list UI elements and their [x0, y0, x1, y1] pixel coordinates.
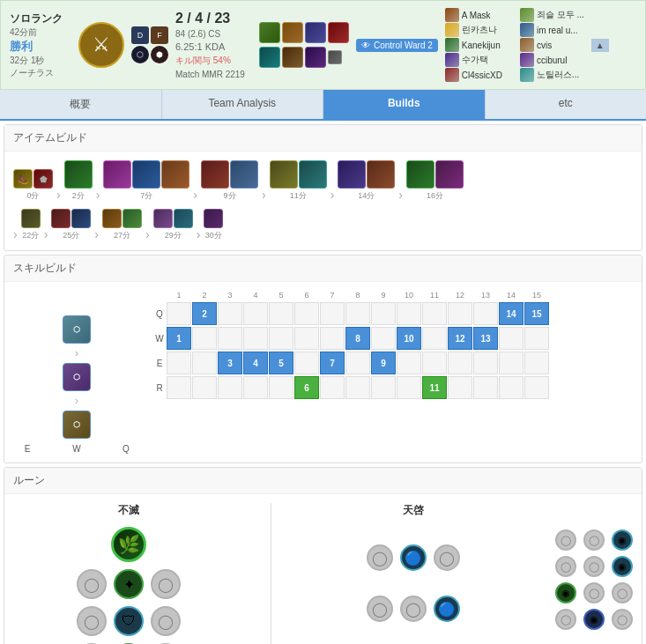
grid-cell: [371, 327, 396, 350]
grid-cell: [397, 376, 421, 399]
grid-cell: [422, 352, 447, 374]
grid-cell: 13: [473, 327, 498, 350]
item-build-section: アイテムビルド 🥾 ⬟ 0分 › 2分 ›: [4, 124, 642, 251]
grid-cell: 8: [345, 327, 370, 350]
time-25: 25分: [63, 230, 79, 241]
player-name: Kanekijun: [462, 41, 501, 50]
item-icon-4: [328, 22, 349, 43]
item-icon-6: [282, 47, 303, 68]
grid-cell: [473, 376, 498, 399]
player-row: cvis: [520, 38, 584, 52]
grid-cell: 11: [422, 376, 447, 399]
player-row: 노틸러스...: [520, 68, 584, 82]
item-25min-1: [51, 209, 71, 228]
arrow-sep-8: ›: [94, 227, 99, 241]
player-champion: [445, 38, 459, 52]
rune-right-title: 天啓: [298, 503, 529, 518]
arrow-sep-6: ›: [398, 188, 403, 202]
skill-labels: E W Q: [13, 444, 140, 454]
rune-1-1: ◯: [77, 569, 107, 599]
grid-cell: [473, 302, 498, 325]
skill-row-q: Q21415: [153, 302, 633, 325]
match-duration: 32分 1秒: [10, 55, 71, 67]
skill-grid-container: ⬡ › ⬡ › ⬡ E W Q 123456789101112131415Q21…: [4, 282, 642, 463]
grid-cell: [473, 352, 498, 374]
item-group-2min: 2分: [64, 160, 93, 202]
stat-2-2: ◯: [583, 556, 605, 577]
time-2: 2分: [72, 190, 85, 202]
skill-icons: ⬡ › ⬡ › ⬡ E W Q: [13, 291, 140, 454]
grid-cell: [243, 302, 268, 325]
arrow-sep-3: ›: [193, 188, 197, 202]
grid-cell: [397, 352, 421, 374]
item-group-25min: 25分: [51, 209, 91, 241]
collapse-button[interactable]: ▲: [591, 39, 609, 52]
grid-cell: [218, 302, 242, 325]
label-arrow: [45, 444, 59, 454]
grid-cell: [345, 302, 370, 325]
grid-cell: [524, 376, 549, 399]
match-result: 勝利: [10, 39, 71, 55]
rune-right-row-1: ◯ 🔵 ◯: [367, 544, 460, 571]
keystone-icon: 🌿: [111, 527, 146, 562]
skill-row-w: W18101213: [153, 327, 633, 350]
grid-cell: [345, 376, 370, 399]
grid-cell: [345, 352, 370, 374]
skill-q-row: ⬡: [63, 411, 91, 439]
item-group-14min: 14分: [338, 160, 395, 202]
tab-team-analysis[interactable]: Team Analysis: [162, 90, 324, 119]
grid-cell: [167, 302, 191, 325]
player-name: 노틸러스...: [537, 69, 579, 81]
grid-cell: [269, 327, 293, 350]
rune-tree-right: ◯ 🔵 ◯ ◯ ◯ 🔵: [298, 527, 529, 622]
arrow-sep-9: ›: [145, 227, 150, 241]
control-ward-badge: 👁 Control Ward 2: [356, 39, 438, 52]
item-group-30min: 30分: [204, 209, 223, 241]
rune-1-2: ✦: [114, 569, 144, 599]
stat-1-1: ◯: [555, 529, 576, 551]
player-row: cciburul: [520, 53, 584, 67]
player-name: A Mask: [462, 11, 491, 20]
grid-cell: [422, 327, 447, 350]
item-build-title: アイテムビルド: [4, 125, 642, 152]
grid-cell: [448, 302, 472, 325]
grid-cell: [192, 352, 217, 374]
item-icon-3: [305, 22, 326, 43]
player-name: cvis: [537, 41, 552, 50]
skill-row-label: Q: [153, 309, 166, 319]
grid-cell: [448, 352, 472, 374]
rune-r-2-3: 🔵: [434, 596, 460, 622]
rune-1-3: ◯: [151, 569, 181, 599]
grid-cell: [167, 376, 191, 399]
item-icon-ward: [328, 50, 342, 64]
item-30min: [204, 209, 223, 228]
item-icon-1: [259, 22, 280, 43]
rune-r-1-1: ◯: [367, 544, 393, 571]
rune-left-title: 不滅: [13, 503, 244, 518]
player-name: 수가택: [462, 54, 488, 66]
rune-body: 不滅 🌿 ◯ ✦ ◯ ◯ 🛡 ◯: [4, 494, 642, 644]
time-0: 0分: [26, 190, 39, 202]
stat-runes: ◯ ◯ ◉ ◯ ◯ ◉ ◉ ◯ ◯ ◯ ◉ ◯: [555, 529, 633, 644]
stat-rune-row-2: ◯ ◯ ◉: [555, 556, 633, 577]
tab-etc[interactable]: etc: [486, 90, 647, 119]
item-14min-1: [338, 160, 366, 189]
skill-grid: 123456789101112131415Q21415W18101213E345…: [153, 291, 633, 454]
stat-2-3: ◉: [612, 556, 633, 577]
icons-group: [259, 22, 349, 68]
tab-builds[interactable]: Builds: [323, 90, 486, 119]
cs-info: 84 (2.6) CS: [175, 29, 245, 39]
grid-cell: [167, 352, 191, 374]
tab-overview[interactable]: 概要: [0, 90, 162, 119]
player-name: Cl4ssicXD: [462, 70, 502, 80]
stat-rune-row-3: ◉ ◯ ◯: [555, 582, 633, 603]
grid-cell: [320, 302, 345, 325]
rune-row-1: ◯ ✦ ◯: [77, 569, 181, 599]
match-info-left: ソロランク 42分前 勝利 32分 1秒 ノーチラス: [10, 11, 71, 79]
match-header: ソロランク 42分前 勝利 32分 1秒 ノーチラス ⚔ D F ⬡ ⬢ 2 /…: [0, 0, 646, 90]
item-14min-2: [367, 160, 395, 189]
spell1: D: [131, 26, 149, 44]
player-champion: [520, 53, 534, 67]
player-name: im real u...: [537, 26, 578, 35]
player-row: A Mask: [445, 8, 502, 22]
